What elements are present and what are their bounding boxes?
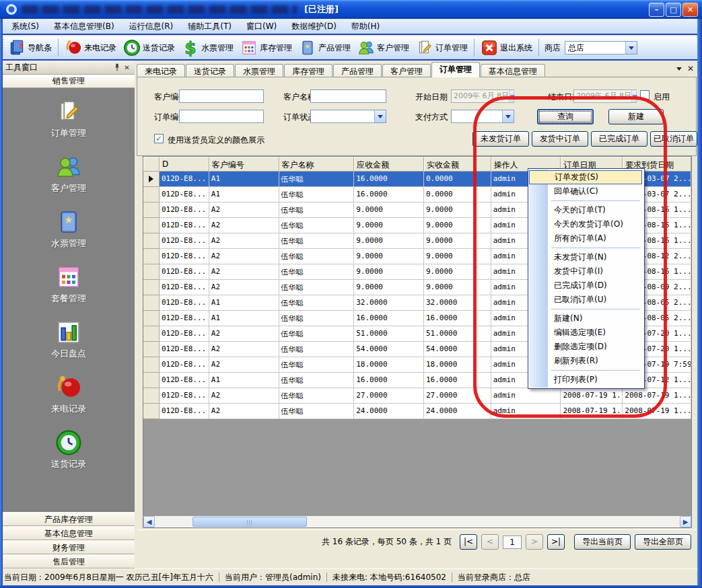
context-menu-item-8[interactable]: 未发货订单(N) <box>528 250 643 264</box>
new-button[interactable]: 新建 <box>608 109 664 124</box>
row-selector-cell[interactable] <box>143 249 160 264</box>
close-button[interactable]: ✕ <box>682 3 698 17</box>
menubar-item-2[interactable]: 基本信息管理(B) <box>46 19 122 34</box>
toolbar-exit-button[interactable]: 退出系统 <box>477 37 536 59</box>
row-selector-cell[interactable] <box>143 404 160 419</box>
end-date-picker[interactable]: 2009年 6月 8日 <box>573 89 637 103</box>
chevron-down-icon[interactable] <box>625 42 637 54</box>
tab-1[interactable]: 来电记录 <box>137 64 185 77</box>
row-selector-cell[interactable] <box>143 264 160 280</box>
context-menu-item-1[interactable]: 订单发货(S) <box>529 170 642 184</box>
row-selector-cell[interactable] <box>143 172 160 187</box>
row-selector-cell[interactable] <box>143 311 160 326</box>
pin-icon[interactable] <box>112 63 122 72</box>
tab-close-icon[interactable]: ✕ <box>687 64 694 73</box>
row-selector-cell[interactable] <box>143 326 160 342</box>
page-number-input[interactable] <box>503 536 522 549</box>
toolbar-dollar-button[interactable]: $水票管理 <box>178 37 237 59</box>
horizontal-scrollbar[interactable]: ◀ ▶ <box>143 516 691 527</box>
row-selector-cell[interactable] <box>143 203 160 218</box>
tab-4[interactable]: 库存管理 <box>284 64 332 77</box>
sidebar-item-2[interactable]: 客户管理 <box>3 153 135 194</box>
delivery-color-checkbox[interactable]: ✓ <box>154 134 164 143</box>
payment-combobox[interactable] <box>451 110 514 123</box>
tab-3[interactable]: 水票管理 <box>235 64 283 77</box>
menubar-item-3[interactable]: 运行信息(R) <box>122 19 181 34</box>
toolbar-customers-button[interactable]: 客户管理 <box>354 37 413 59</box>
sidebar-item-3[interactable]: 水票管理 <box>3 209 135 250</box>
context-menu-item-4[interactable]: 今天的订单(T) <box>528 203 643 217</box>
export-all-pages-button[interactable]: 导出全部页 <box>635 534 691 550</box>
context-menu-item-2[interactable]: 回单确认(C) <box>528 184 643 198</box>
context-menu-item-5[interactable]: 今天的发货订单(O) <box>528 217 643 231</box>
context-menu-item-13[interactable]: 新建(N) <box>528 311 643 326</box>
row-selector-cell[interactable] <box>143 373 160 388</box>
sidebar-panel-1[interactable]: 产品库存管理 <box>3 512 135 526</box>
query-button[interactable]: 查询 <box>537 109 594 124</box>
status-filter-button-2[interactable]: 发货中订单 <box>532 131 588 147</box>
row-selector-cell[interactable] <box>143 187 160 203</box>
sidebar-panel-4[interactable]: 售后管理 <box>3 554 135 568</box>
context-menu-item-10[interactable]: 已完成订单(D) <box>528 279 643 293</box>
toolbar-order-button[interactable]: 订单管理 <box>413 37 471 59</box>
toolbar-clock-button[interactable]: 送货记录 <box>120 37 178 59</box>
customer-name-input[interactable] <box>310 89 386 103</box>
tab-2[interactable]: 送货记录 <box>186 64 234 77</box>
context-menu-item-9[interactable]: 发货中订单(I) <box>528 264 643 279</box>
menubar-item-7[interactable]: 帮助(H) <box>344 19 387 34</box>
sidebar-item-1[interactable]: 订单管理 <box>3 98 135 139</box>
tab-list-chevron-down-icon[interactable] <box>676 67 682 71</box>
tab-7[interactable]: 订单管理 <box>431 62 480 77</box>
customer-no-input[interactable] <box>179 89 264 103</box>
first-page-button[interactable]: |< <box>460 534 477 550</box>
tab-8[interactable]: 基本信息管理 <box>481 64 545 77</box>
chevron-down-icon[interactable] <box>631 90 637 102</box>
scroll-right-icon[interactable]: ▶ <box>680 516 691 527</box>
toolbar-bell-button[interactable]: 来电记录 <box>61 37 120 59</box>
chevron-down-icon[interactable] <box>374 110 386 122</box>
chevron-down-icon[interactable] <box>502 110 514 122</box>
sidebar-panel-3[interactable]: 财务管理 <box>3 540 135 554</box>
maximize-button[interactable]: □ <box>666 3 681 17</box>
status-filter-button-1[interactable]: 未发货订单 <box>472 131 529 147</box>
sidebar-item-6[interactable]: 来电记录 <box>3 374 135 415</box>
row-selector-cell[interactable] <box>143 233 160 249</box>
toolbar-calendar-button[interactable]: 库存管理 <box>237 37 295 59</box>
row-selector-cell[interactable] <box>143 342 160 357</box>
row-selector-cell[interactable] <box>143 357 160 373</box>
context-menu-item-14[interactable]: 编辑选定项(E) <box>528 326 643 340</box>
context-menu-item-18[interactable]: 打印列表(P) <box>528 373 643 387</box>
table-row[interactable]: 012D-E8...A2伍华聪27.000027.0000admin2008-0… <box>143 388 691 404</box>
sidebar-panel-2[interactable]: 基本信息管理 <box>3 526 135 540</box>
export-current-page-button[interactable]: 导出当前页 <box>574 534 631 550</box>
row-selector-cell[interactable] <box>143 388 160 404</box>
tab-5[interactable]: 产品管理 <box>333 64 382 77</box>
context-menu-item-11[interactable]: 已取消订单(U) <box>528 293 643 307</box>
start-date-picker[interactable]: 2009年 6月 8日 <box>451 89 514 103</box>
context-menu-item-6[interactable]: 所有的订单(A) <box>528 231 643 246</box>
status-filter-button-4[interactable]: 已取消订单 <box>650 131 697 147</box>
toolbar-book-button[interactable]: 导航条 <box>5 37 55 59</box>
context-menu-item-15[interactable]: 删除选定项(D) <box>528 340 643 354</box>
menubar-item-1[interactable]: 系统(S) <box>4 19 46 34</box>
prev-page-button[interactable]: < <box>481 534 499 550</box>
tab-6[interactable]: 客户管理 <box>382 64 431 77</box>
table-row[interactable]: 012D-E8...A2伍华聪24.000024.0000admin2008-0… <box>143 404 691 419</box>
menubar-item-4[interactable]: 辅助工具(T) <box>180 19 239 34</box>
scrollbar-thumb[interactable] <box>192 517 307 527</box>
minimize-button[interactable]: – <box>649 3 664 17</box>
sidebar-item-5[interactable]: 今日盘点 <box>3 319 135 360</box>
toolbar-product-button[interactable]: 产品管理 <box>295 37 354 59</box>
sidebar-item-4[interactable]: 套餐管理 <box>3 264 135 305</box>
order-status-combobox[interactable] <box>310 110 386 123</box>
chevron-down-icon[interactable] <box>509 90 515 102</box>
row-selector-cell[interactable] <box>143 280 160 295</box>
menubar-item-5[interactable]: 窗口(W) <box>239 19 284 34</box>
scroll-left-icon[interactable]: ◀ <box>143 516 155 527</box>
context-menu-item-16[interactable]: 刷新列表(R) <box>528 354 643 368</box>
row-selector-cell[interactable] <box>143 218 160 233</box>
tool-window-close-icon[interactable]: ✕ <box>122 63 132 73</box>
menubar-item-6[interactable]: 数据维护(D) <box>284 19 344 34</box>
order-no-input[interactable] <box>179 110 264 123</box>
shop-combobox[interactable]: 总店 <box>565 41 637 54</box>
